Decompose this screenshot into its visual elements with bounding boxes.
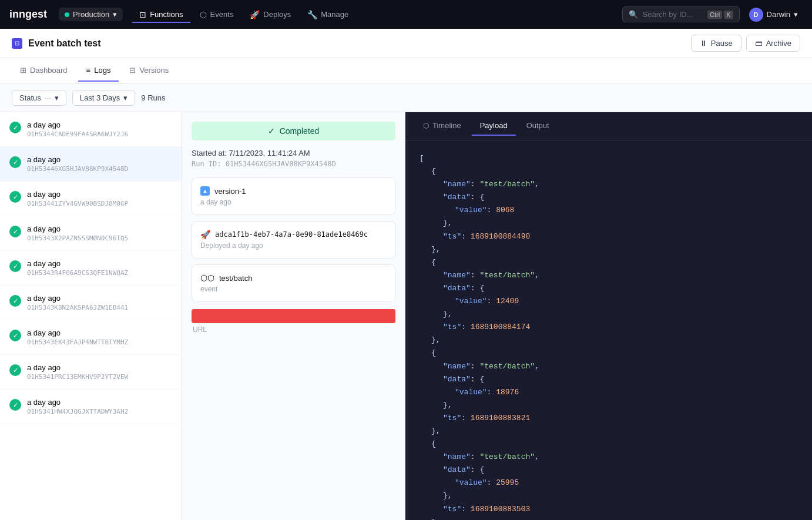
check-icon-2: ✓ — [9, 191, 21, 203]
event-icon: ⬡⬡ — [200, 273, 214, 283]
tab-versions[interactable]: ⊟ Versions — [121, 60, 177, 82]
json-line: "ts": 1689100883503 — [420, 503, 798, 516]
functions-icon: ⊡ — [139, 10, 146, 19]
pause-icon: ⏸ — [700, 39, 707, 48]
tab-logs[interactable]: ≡ Logs — [78, 60, 119, 82]
env-switcher[interactable]: Production ▾ — [59, 8, 123, 21]
nav-functions[interactable]: ⊡ Functions — [132, 6, 190, 23]
archive-icon: 🗃 — [755, 39, 763, 48]
function-tabs: ⊞ Dashboard ≡ Logs ⊟ Versions — [0, 58, 812, 84]
run-id-value: 01H53446XG5HJAV88KP9X4548D — [226, 160, 336, 168]
tab-timeline[interactable]: ⬡ Timeline — [415, 116, 469, 136]
redacted-bar — [192, 309, 395, 323]
run-item-7[interactable]: ✓ a day ago 01H5341PRC13EMKHV9P2YT2VEW — [0, 355, 182, 390]
runs-list: ✓ a day ago 01H5344CADE99FA45RA6WJY2J6 ✓… — [0, 112, 182, 520]
run-item-4[interactable]: ✓ a day ago 01H5343R4F06A9CS3QFE1NWQAZ — [0, 251, 182, 286]
run-time-5: a day ago — [27, 294, 172, 303]
run-item[interactable]: ✓ a day ago 01H5344CADE99FA45RA6WJY2J6 — [0, 112, 182, 147]
tab-dashboard[interactable]: ⊞ Dashboard — [12, 60, 76, 82]
env-name: Production — [73, 10, 109, 19]
status-badge: ✓ Completed — [192, 122, 395, 140]
search-bar[interactable]: 🔍 Search by ID... Ctrl K — [622, 6, 740, 22]
run-info-7: a day ago 01H5341PRC13EMKHV9P2YT2VEW — [27, 363, 172, 381]
run-item-8[interactable]: ✓ a day ago 01H5341HW4XJQGJXTTADWY3AH2 — [0, 390, 182, 424]
run-info-3: a day ago 01H5343X2PAZNSSSMØN0C96TQ5 — [27, 224, 172, 242]
pause-button[interactable]: ⏸ Pause — [691, 35, 741, 52]
run-item-5[interactable]: ✓ a day ago 01H5343K8N2AKSPA6JZW1EB441 — [0, 286, 182, 320]
period-filter-label: Last 3 Days — [80, 93, 120, 102]
search-icon: 🔍 — [629, 10, 638, 19]
json-line: "value": 8068 — [420, 204, 798, 217]
status-filter[interactable]: Status ··· ▾ — [12, 90, 66, 106]
run-id-5: 01H5343K8N2AKSPA6JZW1EB441 — [27, 304, 172, 311]
nav-deploys[interactable]: 🚀 Deploys — [243, 6, 298, 23]
payload-tabs: ⬡ Timeline Payload Output — [405, 112, 812, 140]
run-item-3[interactable]: ✓ a day ago 01H5343X2PAZNSSSMØN0C96TQ5 — [0, 216, 182, 251]
versions-icon: ⊟ — [129, 66, 136, 75]
event-card[interactable]: ⬡⬡ test/batch event — [192, 264, 395, 302]
nav-events[interactable]: ⬡ Events — [193, 6, 241, 23]
json-line: "data": { — [420, 282, 798, 295]
json-line: "value": 25995 — [420, 477, 798, 489]
json-line: { — [420, 165, 798, 178]
check-icon-4: ✓ — [9, 260, 21, 272]
tab-dashboard-label: Dashboard — [30, 66, 68, 75]
deploy-card[interactable]: 🚀 adca1f1b-4eb7-4a7a-8e90-81ade1e8469c D… — [192, 221, 395, 259]
tab-payload[interactable]: Payload — [472, 116, 516, 136]
run-info-4: a day ago 01H5343R4F06A9CS3QFE1NWQAZ — [27, 259, 172, 277]
run-item-2[interactable]: ✓ a day ago 01H53441ZYV4GVW90BSDJ8M06P — [0, 182, 182, 216]
json-line: { — [420, 256, 798, 269]
json-viewer: [ { "name": "test/batch", "data": { "val… — [405, 140, 812, 520]
run-id-label: Run ID: — [192, 160, 222, 168]
run-id-7: 01H5341PRC13EMKHV9P2YT2VEW — [27, 373, 172, 381]
version-card[interactable]: ▲ version-1 a day ago — [192, 177, 395, 215]
event-card-header: ⬡⬡ test/batch — [200, 273, 387, 283]
archive-button[interactable]: 🗃 Archive — [746, 35, 800, 52]
json-line: "data": { — [420, 191, 798, 204]
json-line: { — [420, 347, 798, 360]
check-icon-1: ✓ — [9, 156, 21, 168]
run-id-3: 01H5343X2PAZNSSSMØN0C96TQ5 — [27, 234, 172, 242]
json-line: }, — [420, 308, 798, 321]
k-key: K — [724, 11, 733, 19]
status-chevron-icon: ▾ — [55, 93, 59, 102]
run-item-selected[interactable]: ✓ a day ago 01H53446XG5HJAV88KP9X4548D — [0, 147, 182, 182]
nav-manage[interactable]: 🔧 Manage — [300, 6, 355, 23]
run-id-6: 01H5343EK43FAJP4NWTTBTYMHZ — [27, 338, 172, 346]
version-sub: a day ago — [200, 198, 387, 206]
run-time-8: a day ago — [27, 398, 172, 407]
tab-output[interactable]: Output — [518, 116, 558, 136]
tab-output-label: Output — [526, 121, 549, 130]
period-filter[interactable]: Last 3 Days ▾ — [72, 90, 136, 106]
nav-deploys-label: Deploys — [263, 10, 291, 19]
run-info-8: a day ago 01H5341HW4XJQGJXTTADWY3AH2 — [27, 398, 172, 415]
check-icon-0: ✓ — [9, 122, 21, 133]
nav-events-label: Events — [210, 10, 234, 19]
started-at-value: 7/11/2023, 11:41:24 AM — [229, 149, 310, 157]
json-line: "name": "test/batch", — [420, 178, 798, 191]
tab-timeline-label: Timeline — [432, 121, 461, 130]
version-icon: ▲ — [200, 186, 210, 196]
nav-items: ⊡ Functions ⬡ Events 🚀 Deploys 🔧 Manage — [132, 6, 355, 23]
run-info-2: a day ago 01H53441ZYV4GVW90BSDJ8M06P — [27, 190, 172, 207]
manage-icon: 🔧 — [307, 10, 317, 19]
env-dot — [65, 12, 69, 17]
run-id-1: 01H53446XG5HJAV88KP9X4548D — [27, 165, 172, 173]
run-item-6[interactable]: ✓ a day ago 01H5343EK43FAJP4NWTTBTYMHZ — [0, 320, 182, 355]
function-icon: ⊡ — [12, 38, 22, 49]
json-line: }, — [420, 489, 798, 502]
run-time-2: a day ago — [27, 190, 172, 199]
user-menu[interactable]: D Darwin ▾ — [744, 5, 803, 24]
json-line: "ts": 1689100884174 — [420, 321, 798, 334]
run-time-7: a day ago — [27, 363, 172, 372]
function-header: ⊡ Event batch test ⏸ Pause 🗃 Archive — [0, 29, 812, 58]
status-filter-dots: ··· — [45, 93, 51, 102]
status-text: Completed — [280, 126, 320, 136]
json-line: "name": "test/batch", — [420, 360, 798, 373]
run-info-6: a day ago 01H5343EK43FAJP4NWTTBTYMHZ — [27, 328, 172, 346]
timeline-icon: ⬡ — [423, 122, 429, 130]
header-actions: ⏸ Pause 🗃 Archive — [691, 35, 800, 52]
runs-count: 9 Runs — [141, 93, 165, 102]
run-info-1: a day ago 01H53446XG5HJAV88KP9X4548D — [27, 155, 172, 173]
json-line: }, — [420, 243, 798, 256]
